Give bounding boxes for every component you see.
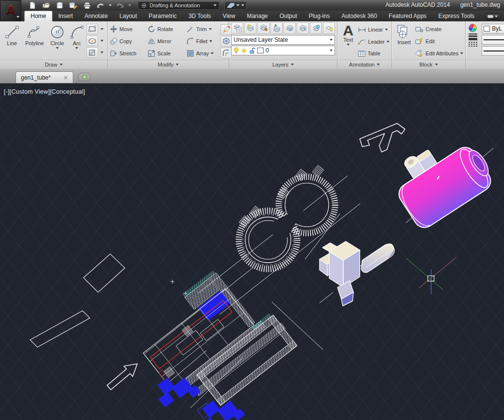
trim-caret[interactable]	[209, 28, 212, 30]
linetype-icon[interactable]	[469, 42, 477, 47]
tab-parametric[interactable]: Parametric	[143, 11, 183, 21]
gray-solid-block[interactable]	[319, 241, 360, 306]
viewport-controls-label[interactable]: [-][Custom View][Conceptual]	[4, 88, 85, 95]
tube-solid[interactable]	[384, 124, 498, 232]
redo-dropdown-caret[interactable]	[128, 4, 131, 6]
workspace-switcher[interactable]: Drafting & Annotation	[138, 1, 219, 10]
color-wheel-icon[interactable]	[469, 24, 477, 32]
redo-button[interactable]	[115, 1, 125, 10]
layer-properties-button[interactable]	[231, 22, 243, 34]
linetype-combo[interactable]	[482, 46, 504, 56]
leader-caret[interactable]	[386, 41, 389, 43]
layer-off-button[interactable]	[323, 22, 335, 34]
section-assembly-2[interactable]	[174, 312, 311, 420]
undo-dropdown-caret[interactable]	[109, 4, 112, 6]
ellipse-button[interactable]	[86, 35, 98, 46]
array-button[interactable]: Array	[186, 49, 218, 58]
undo-button[interactable]	[95, 1, 106, 10]
array-caret[interactable]	[211, 52, 214, 54]
text-caret[interactable]	[347, 44, 350, 46]
circle-caret[interactable]	[56, 47, 59, 49]
layer-unisolate-button[interactable]	[270, 22, 283, 34]
rectangle-outline-2[interactable]	[30, 311, 90, 347]
lineweight-icon[interactable]	[469, 34, 477, 40]
application-menu-button[interactable]: A	[0, 0, 21, 21]
copy-button[interactable]: Copy	[110, 36, 146, 46]
arc-caret[interactable]	[75, 47, 78, 49]
hatched-ring-section-b[interactable]	[266, 165, 335, 247]
scale-button[interactable]: Scale	[148, 49, 185, 58]
file-tab-close-icon[interactable]: ✕	[63, 74, 68, 81]
polyline-button[interactable]: Polyline	[23, 23, 46, 60]
tab-insert[interactable]: Insert	[52, 11, 79, 21]
panel-label-layers[interactable]: Layers	[229, 60, 337, 69]
save-button[interactable]	[54, 1, 65, 10]
hatch-button[interactable]	[86, 47, 98, 58]
layer-freeze-button[interactable]	[284, 22, 296, 34]
circle-button[interactable]: Circle	[47, 23, 67, 60]
tab-home[interactable]: Home	[24, 11, 52, 21]
rectangle-caret[interactable]	[99, 24, 105, 34]
edit-block-button[interactable]: Edit	[415, 36, 463, 46]
layer-combo[interactable]: 0	[231, 46, 335, 55]
panel-label-modify[interactable]: Modify	[108, 60, 229, 69]
tab-plugins[interactable]: Plug-ins	[303, 11, 336, 21]
bracket-wireframe[interactable]	[360, 123, 405, 152]
arc-button[interactable]: Arc	[68, 23, 85, 60]
arrow-annotation[interactable]	[104, 359, 141, 393]
rectangle-button[interactable]	[86, 24, 98, 34]
layer-lock-button[interactable]	[310, 22, 322, 34]
lineweight-sample	[484, 39, 504, 40]
fillet-button[interactable]: Fillet	[186, 36, 218, 46]
layer-state-combo[interactable]: Unsaved Layer State	[231, 35, 335, 45]
rectangle-outline-1[interactable]	[84, 254, 125, 292]
layer-thaw-button[interactable]	[297, 22, 309, 34]
line-button[interactable]: Line	[2, 23, 22, 60]
section-assembly-1[interactable]	[117, 257, 286, 417]
tab-express-tools[interactable]: Express Tools	[433, 11, 480, 21]
hatch-caret[interactable]	[99, 47, 105, 58]
gray-solid-wedge[interactable]	[361, 244, 394, 272]
drawing-canvas[interactable]: [-][Custom View][Conceptual]	[0, 84, 504, 420]
ellipse-caret[interactable]	[99, 35, 105, 46]
tab-annotate[interactable]: Annotate	[79, 11, 114, 21]
text-button[interactable]: A Text	[339, 23, 357, 60]
save-as-button[interactable]	[68, 1, 79, 10]
panel-label-properties[interactable]	[466, 60, 504, 69]
fillet-caret[interactable]	[209, 40, 212, 42]
linear-caret[interactable]	[385, 29, 388, 31]
create-block-button[interactable]: Create	[415, 24, 463, 34]
insert-block-button[interactable]: Insert	[394, 23, 414, 60]
tab-view[interactable]: View	[217, 11, 241, 21]
viewport-control-button[interactable]	[224, 1, 247, 10]
tab-layout[interactable]: Layout	[114, 11, 143, 21]
tab-autodesk-360[interactable]: Autodesk 360	[336, 11, 383, 21]
linear-dimension-button[interactable]: Linear	[358, 25, 389, 34]
edit-attributes-button[interactable]: Edit Attributes	[415, 49, 463, 58]
layer-isolate-button[interactable]	[257, 22, 269, 34]
new-drawing-tab-button[interactable]: +	[78, 73, 91, 81]
open-file-button[interactable]	[41, 1, 51, 10]
trim-button[interactable]: Trim	[186, 24, 218, 34]
panel-label-block[interactable]: Block	[392, 60, 465, 69]
object-color-combo[interactable]: ByL	[482, 24, 504, 34]
tab-featured-apps[interactable]: Featured Apps	[383, 11, 433, 21]
move-button[interactable]: Move	[110, 24, 146, 34]
plot-button[interactable]	[82, 1, 92, 10]
file-tab-active[interactable]: gen1_tube* ✕	[16, 71, 73, 83]
lineweight-combo[interactable]	[482, 35, 504, 45]
panel-label-annotation[interactable]: Annotation	[337, 60, 391, 69]
table-button[interactable]: Table	[358, 49, 389, 58]
edit-attributes-caret[interactable]	[460, 52, 463, 54]
mirror-button[interactable]: Mirror	[148, 36, 185, 46]
layer-state-button[interactable]	[244, 22, 256, 34]
tab-output[interactable]: Output	[274, 11, 303, 21]
tab-manage[interactable]: Manage	[241, 11, 273, 21]
ribbon-display-options-button[interactable]	[484, 13, 501, 20]
tab-3d-tools[interactable]: 3D Tools	[183, 11, 217, 21]
new-file-button[interactable]	[27, 1, 38, 10]
stretch-button[interactable]: Stretch	[110, 49, 146, 58]
panel-label-draw[interactable]: Draw	[0, 60, 107, 69]
leader-button[interactable]: Leader	[358, 37, 389, 47]
rotate-button[interactable]: Rotate	[148, 24, 185, 34]
